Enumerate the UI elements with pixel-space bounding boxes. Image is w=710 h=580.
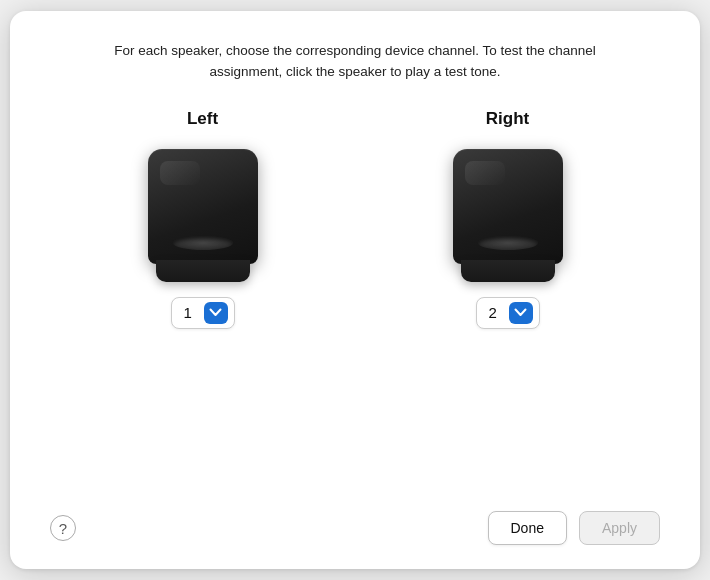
- left-channel-arrow[interactable]: [204, 302, 228, 324]
- right-channel-arrow[interactable]: [509, 302, 533, 324]
- footer-actions: Done Apply: [488, 511, 661, 545]
- left-speaker-column: Left 1: [148, 109, 258, 329]
- done-button[interactable]: Done: [488, 511, 567, 545]
- speaker-channel-dialog: For each speaker, choose the correspondi…: [10, 11, 700, 569]
- left-channel-select[interactable]: 1: [171, 297, 235, 329]
- left-speaker-highlight: [160, 161, 200, 185]
- left-speaker-base: [156, 260, 250, 282]
- help-button[interactable]: ?: [50, 515, 76, 541]
- left-speaker-label: Left: [187, 109, 218, 129]
- dialog-description: For each speaker, choose the correspondi…: [50, 41, 660, 83]
- right-speaker-label: Right: [486, 109, 529, 129]
- right-speaker-grill: [478, 236, 538, 250]
- left-speaker-icon[interactable]: [148, 149, 258, 279]
- apply-button[interactable]: Apply: [579, 511, 660, 545]
- dialog-footer: ? Done Apply: [50, 503, 660, 545]
- right-speaker-body: [453, 149, 563, 264]
- right-channel-select[interactable]: 2: [476, 297, 540, 329]
- left-speaker-body: [148, 149, 258, 264]
- left-channel-value: 1: [184, 304, 198, 321]
- right-speaker-column: Right 2: [453, 109, 563, 329]
- right-speaker-highlight: [465, 161, 505, 185]
- right-channel-value: 2: [489, 304, 503, 321]
- right-speaker-icon[interactable]: [453, 149, 563, 279]
- speakers-row: Left 1 Right: [50, 109, 660, 487]
- left-speaker-grill: [173, 236, 233, 250]
- right-speaker-base: [461, 260, 555, 282]
